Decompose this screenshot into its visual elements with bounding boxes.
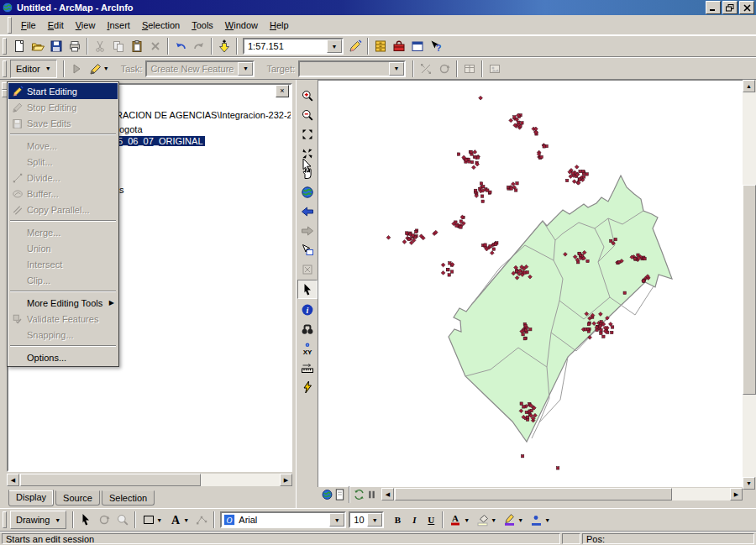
svg-text:A: A — [452, 513, 459, 523]
menu-edit[interactable]: Edit — [42, 18, 70, 33]
sketch-pencil-icon — [89, 62, 102, 76]
font-size-dropdown-button[interactable]: ▼ — [367, 513, 382, 527]
scroll-right-button[interactable]: ▶ — [280, 474, 292, 486]
scroll-track[interactable] — [394, 488, 730, 500]
zoom-out-button[interactable] — [298, 106, 317, 123]
fixed-zoom-out-button[interactable] — [298, 144, 317, 162]
refresh-button[interactable] — [353, 488, 365, 500]
tab-display[interactable]: Display — [8, 490, 54, 506]
scroll-track[interactable] — [743, 92, 756, 477]
sketch-pencil-button[interactable]: ▼ — [86, 60, 113, 77]
map-bottom-bar: ◀ ▶ — [318, 487, 743, 501]
menu-help[interactable]: Help — [264, 18, 295, 33]
text-tool-button[interactable]: A▼ — [165, 511, 192, 529]
full-extent-button[interactable] — [298, 183, 317, 201]
menu-view[interactable]: View — [70, 18, 102, 33]
toolbox-button[interactable] — [390, 38, 408, 55]
font-color-button[interactable]: A▼ — [446, 511, 473, 529]
layout-view-button[interactable] — [333, 488, 346, 500]
scroll-right-button[interactable]: ▶ — [730, 488, 743, 500]
map-vertical-scrollbar[interactable]: ▲ ▼ — [743, 80, 756, 490]
menu-item-options[interactable]: Options... — [8, 349, 118, 365]
editor-pencil-button[interactable] — [346, 38, 365, 55]
toc-layer-text[interactable]: 5_06_07_ORIGINAL — [116, 136, 205, 146]
scroll-thumb[interactable] — [743, 185, 756, 395]
editor-menu-button[interactable]: Editor ▼ — [10, 60, 57, 78]
scroll-left-button[interactable]: ◀ — [381, 488, 394, 500]
paste-button[interactable] — [128, 38, 146, 55]
tab-source[interactable]: Source — [55, 490, 100, 506]
toc-layer-text[interactable]: ogota — [119, 124, 143, 134]
scroll-track[interactable] — [19, 474, 280, 486]
overview-window-button[interactable] — [408, 38, 427, 55]
menu-tools[interactable]: Tools — [186, 18, 219, 33]
italic-button[interactable]: I — [406, 511, 423, 528]
undo-button[interactable] — [171, 38, 190, 55]
hyperlink-button[interactable] — [298, 378, 317, 396]
zoom-in-button[interactable] — [298, 86, 317, 104]
close-button[interactable] — [739, 1, 754, 14]
menu-item-label: Stop Editing — [27, 102, 76, 113]
arccatalog-icon — [374, 39, 387, 53]
scroll-down-button[interactable]: ▼ — [743, 477, 755, 490]
menu-item-more-editing-tools[interactable]: More Editing Tools▶ — [8, 295, 118, 311]
map-region-polygon — [449, 176, 672, 442]
scroll-thumb[interactable] — [395, 488, 672, 500]
pause-button[interactable] — [365, 488, 378, 500]
find-button[interactable] — [298, 320, 317, 338]
toc-horizontal-scrollbar[interactable]: ◀ ▶ — [7, 474, 292, 486]
marker-color-button[interactable]: ▼ — [527, 511, 554, 529]
font-combo[interactable]: O Arial ▼ — [220, 511, 346, 528]
new-document-button[interactable] — [10, 38, 29, 55]
go-to-xy-button[interactable]: XY — [298, 339, 317, 357]
scroll-thumb[interactable] — [20, 474, 201, 486]
map-horizontal-scrollbar[interactable]: ◀ ▶ — [381, 488, 743, 500]
toolbar-grip[interactable] — [3, 511, 7, 528]
font-size-combo[interactable]: 10 ▼ — [349, 511, 384, 528]
minimize-button[interactable] — [706, 1, 721, 14]
toolbar-grip[interactable] — [3, 60, 7, 77]
menu-selection[interactable]: Selection — [136, 18, 186, 33]
drawing-menu-button[interactable]: Drawing ▼ — [10, 511, 66, 529]
menu-window[interactable]: Window — [219, 18, 264, 33]
select-features-button[interactable] — [298, 241, 317, 259]
bold-button[interactable]: B — [389, 511, 406, 528]
toolbar-grip[interactable] — [8, 17, 12, 34]
add-data-button[interactable] — [215, 38, 234, 55]
toc-layer-text[interactable]: RACION DE AGENCIAS\Integracion-232-234\C… — [116, 110, 292, 120]
fill-color-button[interactable]: ▼ — [473, 511, 500, 529]
identify-button[interactable]: i — [298, 301, 317, 318]
select-elements-button[interactable] — [76, 511, 95, 529]
split-tool-button — [417, 60, 435, 77]
print-button[interactable] — [66, 38, 84, 55]
line-color-button[interactable]: ▼ — [500, 511, 527, 529]
menu-file[interactable]: File — [15, 18, 42, 33]
menu-insert[interactable]: Insert — [101, 18, 136, 33]
start-editing-icon — [12, 86, 24, 97]
pan-button[interactable] — [298, 164, 317, 181]
rect-tool-button[interactable]: ▼ — [139, 511, 165, 529]
font-dropdown-button[interactable]: ▼ — [329, 513, 344, 527]
open-folder-button[interactable] — [29, 38, 47, 55]
data-view-button[interactable] — [321, 488, 333, 500]
arccatalog-button[interactable] — [371, 38, 390, 55]
restore-button[interactable] — [722, 1, 738, 14]
scroll-left-button[interactable]: ◀ — [7, 474, 19, 486]
map-canvas[interactable] — [318, 80, 743, 487]
toolbar-grip[interactable] — [3, 38, 7, 55]
select-elements-button[interactable] — [297, 280, 318, 299]
back-arrow-button[interactable] — [298, 202, 317, 220]
measure-button[interactable] — [298, 359, 317, 376]
scale-combo[interactable]: 1:57.151 ▼ — [243, 38, 344, 55]
menu-item-start-editing[interactable]: Start Editing — [8, 83, 118, 99]
map-point-feature — [441, 263, 445, 267]
fixed-zoom-in-button[interactable] — [298, 125, 317, 143]
whats-this-button[interactable]: ? — [427, 38, 445, 55]
sketch-properties-icon — [488, 62, 501, 76]
underline-button[interactable]: U — [423, 511, 439, 528]
toc-close-button[interactable]: × — [276, 85, 289, 97]
scroll-up-button[interactable]: ▲ — [743, 80, 755, 92]
save-button[interactable] — [47, 38, 66, 55]
tab-selection[interactable]: Selection — [102, 490, 155, 506]
scale-dropdown-button[interactable]: ▼ — [327, 39, 342, 53]
